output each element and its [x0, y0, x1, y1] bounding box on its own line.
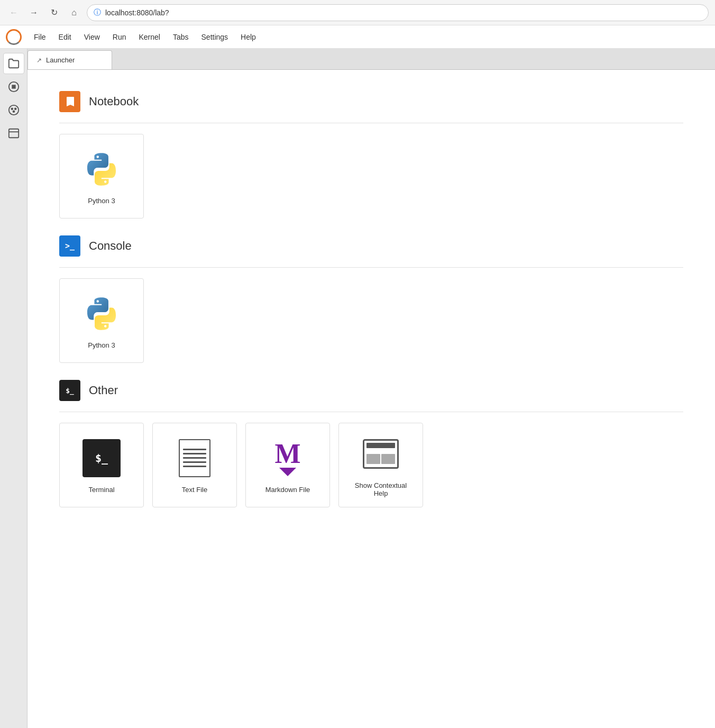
console-section-title: Console	[89, 239, 132, 253]
other-section-header: $_ Other	[59, 380, 683, 401]
launcher-panel: Notebook	[28, 70, 715, 728]
svg-rect-6	[8, 129, 18, 138]
contextual-help-label: Show Contextual Help	[347, 481, 414, 497]
folder-icon	[8, 58, 20, 69]
notebook-section-header: Notebook	[59, 91, 683, 112]
tab-launcher-label: Launcher	[46, 56, 75, 64]
text-file-icon	[173, 437, 216, 479]
menu-settings[interactable]: Settings	[195, 30, 235, 44]
svg-point-2	[8, 105, 18, 115]
svg-point-5	[13, 111, 14, 112]
notebook-section-icon	[59, 91, 80, 112]
markdown-icon: M	[267, 437, 309, 479]
back-button[interactable]: ←	[6, 5, 21, 20]
contextual-help-icon	[360, 433, 402, 475]
other-divider	[59, 412, 683, 412]
other-icon-text: $_	[66, 387, 74, 395]
other-section-icon: $_	[59, 380, 80, 401]
security-icon: ⓘ	[94, 8, 101, 17]
svg-rect-1	[12, 85, 15, 88]
jupyter-logo	[4, 28, 23, 47]
svg-point-4	[14, 108, 16, 110]
python3-notebook-icon	[80, 148, 123, 190]
terminal-label: Terminal	[88, 486, 114, 494]
menu-run[interactable]: Run	[106, 30, 133, 44]
menu-view[interactable]: View	[78, 30, 106, 44]
stop-circle-icon	[8, 81, 20, 93]
browser-toolbar: ← → ↻ ⌂ ⓘ localhost:8080/lab?	[0, 0, 715, 25]
forward-button[interactable]: →	[26, 5, 41, 20]
refresh-button[interactable]: ↻	[47, 5, 61, 20]
console-cards-grid: Python 3	[59, 278, 683, 363]
sidebar-commands-button[interactable]	[3, 99, 24, 121]
console-section: >_ Console	[59, 235, 683, 363]
terminal-card[interactable]: $_ Terminal	[59, 423, 144, 507]
menu-tabs[interactable]: Tabs	[167, 30, 195, 44]
python3-console-label: Python 3	[88, 341, 115, 349]
other-cards-grid: $_ Terminal	[59, 423, 683, 507]
markdown-file-label: Markdown File	[265, 486, 310, 494]
menu-bar: File Edit View Run Kernel Tabs Settings …	[0, 25, 715, 49]
python3-notebook-card[interactable]: Python 3	[59, 134, 144, 219]
python3-console-card[interactable]: Python 3	[59, 278, 144, 363]
notebook-cards-grid: Python 3	[59, 134, 683, 219]
contextual-help-card[interactable]: Show Contextual Help	[338, 423, 423, 507]
address-bar[interactable]: ⓘ localhost:8080/lab?	[87, 4, 709, 21]
palette-icon	[8, 104, 20, 116]
tab-bar: ↗ Launcher	[28, 49, 715, 70]
console-section-header: >_ Console	[59, 235, 683, 257]
console-icon-text: >_	[65, 241, 75, 251]
notebook-section-title: Notebook	[89, 95, 139, 108]
other-section-title: Other	[89, 384, 118, 397]
app-layout: ↗ Launcher Notebook	[0, 49, 715, 728]
markdown-file-card[interactable]: M Markdown File	[245, 423, 330, 507]
sidebar-tabs-button[interactable]	[3, 123, 24, 144]
sidebar-files-button[interactable]	[3, 53, 24, 74]
sidebar	[0, 49, 28, 728]
other-section: $_ Other $_ Terminal	[59, 380, 683, 507]
python3-console-icon	[80, 293, 123, 335]
tab-launcher[interactable]: ↗ Launcher	[28, 50, 112, 69]
tab-launcher-icon: ↗	[36, 57, 42, 64]
menu-file[interactable]: File	[28, 30, 52, 44]
sidebar-running-button[interactable]	[3, 76, 24, 97]
menu-edit[interactable]: Edit	[52, 30, 78, 44]
content-area: ↗ Launcher Notebook	[28, 49, 715, 728]
tabs-icon	[8, 128, 20, 139]
bookmark-icon	[63, 95, 76, 108]
menu-help[interactable]: Help	[234, 30, 262, 44]
terminal-icon: $_	[80, 437, 123, 479]
notebook-divider	[59, 123, 683, 123]
notebook-section: Notebook	[59, 91, 683, 219]
console-divider	[59, 267, 683, 268]
text-file-card[interactable]: Text File	[152, 423, 237, 507]
python3-notebook-label: Python 3	[88, 197, 115, 205]
console-section-icon: >_	[59, 235, 80, 257]
svg-point-3	[11, 108, 13, 110]
url-text: localhost:8080/lab?	[105, 8, 169, 17]
text-file-label: Text File	[182, 486, 207, 494]
menu-kernel[interactable]: Kernel	[132, 30, 166, 44]
home-button[interactable]: ⌂	[67, 5, 81, 20]
